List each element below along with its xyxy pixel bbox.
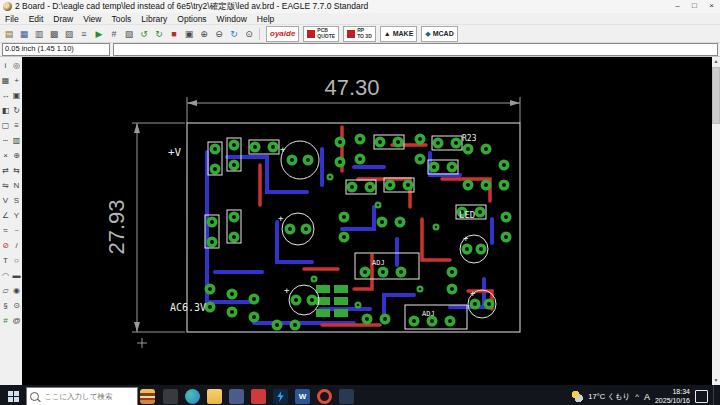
paste-tool[interactable]: ▥ (11, 133, 22, 148)
add-tool[interactable]: ⊕ (11, 148, 22, 163)
layer-settings-icon[interactable]: ▧ (122, 27, 136, 41)
command-line-input[interactable] (113, 43, 718, 56)
circle-tool[interactable]: ○ (11, 253, 22, 268)
minimize-button[interactable]: – (669, 0, 686, 13)
navy-app-icon[interactable] (229, 389, 244, 404)
copy-tool[interactable]: ▣ (11, 88, 22, 103)
zoom-redraw-icon[interactable]: ↻ (227, 27, 241, 41)
redo-icon[interactable]: ↻ (152, 27, 166, 41)
rect-tool[interactable]: ▬ (11, 268, 22, 283)
burger-icon[interactable] (140, 389, 155, 404)
dark-app-icon-2[interactable] (339, 389, 354, 404)
move-tool[interactable]: ↔ (0, 88, 11, 103)
board-canvas[interactable]: 47.30 27.93 (22, 57, 712, 385)
mcad-button[interactable]: ◆ MCAD (421, 26, 457, 42)
smash-tool[interactable]: S (11, 193, 22, 208)
weather-widget[interactable]: 17°C くもり (588, 392, 630, 402)
scrollbar-thumb[interactable] (712, 67, 720, 124)
lightning-app-icon[interactable] (273, 389, 288, 404)
tray-chevron-icon[interactable]: ^ (635, 392, 639, 401)
polygon-tool[interactable]: ▱ (0, 283, 11, 298)
text-tool[interactable]: T (0, 253, 11, 268)
coordinate-display: 0.05 inch (1.45 1.10) (2, 43, 110, 56)
info-tool[interactable]: i (0, 58, 11, 73)
replace-tool[interactable]: ⇆ (11, 163, 22, 178)
pcb-quote-button[interactable]: PCB QUOTE (303, 26, 339, 42)
signal-tool[interactable]: § (0, 298, 11, 313)
route-tool[interactable]: ~ (11, 223, 22, 238)
zoom-fit-icon[interactable]: ▣ (182, 27, 196, 41)
action-center-icon[interactable] (695, 390, 708, 403)
show-desktop-button[interactable] (713, 385, 717, 405)
script-icon[interactable]: ≡ (77, 27, 91, 41)
stop-icon[interactable]: ■ (167, 27, 181, 41)
run-ulp-icon[interactable]: ▶ (92, 27, 106, 41)
maximize-button[interactable]: □ (686, 0, 703, 13)
rp-to-3d-button[interactable]: RP TO 3D (343, 26, 376, 42)
vertical-scrollbar[interactable]: ▲ ▼ (712, 57, 720, 385)
rotate-tool[interactable]: ↻ (11, 103, 22, 118)
cap-plus-mark: + (284, 285, 290, 295)
via-tool[interactable]: ◉ (11, 283, 22, 298)
grid-icon[interactable]: # (107, 27, 121, 41)
red-ring-app-icon[interactable] (317, 389, 332, 404)
print-icon[interactable]: ▥ (32, 27, 46, 41)
cam-icon[interactable]: ▩ (47, 27, 61, 41)
red-app-icon[interactable] (251, 389, 266, 404)
zoom-in-icon[interactable]: ⊕ (197, 27, 211, 41)
zoom-select-icon[interactable]: ⊙ (242, 27, 256, 41)
menu-options[interactable]: Options (172, 14, 211, 24)
menu-tools[interactable]: Tools (106, 14, 136, 24)
make-button[interactable]: ▲ MAKE (380, 26, 418, 42)
adj2-label: ADJ (422, 310, 435, 318)
open-icon[interactable]: ▤ (2, 27, 16, 41)
name-tool[interactable]: N (11, 178, 22, 193)
group-tool[interactable]: ▢ (0, 118, 11, 133)
image-export-icon[interactable]: ▨ (62, 27, 76, 41)
gateswap-tool[interactable]: ⇋ (0, 178, 11, 193)
start-button[interactable] (0, 385, 26, 405)
close-button[interactable]: × (703, 0, 720, 13)
undo-icon[interactable]: ↺ (137, 27, 151, 41)
miter-tool[interactable]: ∠ (0, 208, 11, 223)
wire-tool[interactable]: / (11, 238, 22, 253)
dark-app-icon[interactable] (163, 389, 178, 404)
arc-tool[interactable]: ◠ (0, 268, 11, 283)
cap-plus-mark: + (463, 233, 469, 243)
attribute-tool[interactable]: @ (11, 313, 22, 328)
menu-window[interactable]: Window (212, 14, 252, 24)
mirror-tool[interactable]: ◧ (0, 103, 11, 118)
mark-tool[interactable]: + (11, 73, 22, 88)
scroll-down-icon[interactable]: ▼ (714, 376, 719, 385)
delete-tool[interactable]: × (0, 148, 11, 163)
tray-time: 18:34 (672, 388, 690, 396)
ripup-tool[interactable]: ⊘ (0, 238, 11, 253)
cut-tool[interactable]: ┄ (0, 133, 11, 148)
word-icon[interactable]: W (295, 389, 310, 404)
taskbar-search[interactable] (26, 387, 138, 405)
value-tool[interactable]: V (0, 193, 11, 208)
oyaide-button[interactable]: oyaide (266, 26, 299, 42)
menu-draw[interactable]: Draw (48, 14, 78, 24)
scroll-up-icon[interactable]: ▲ (714, 57, 719, 66)
hole-tool[interactable]: ⊙ (11, 298, 22, 313)
change-tool[interactable]: ≡ (11, 118, 22, 133)
display-tool[interactable]: ▦ (0, 73, 11, 88)
save-icon[interactable]: ▦ (17, 27, 31, 41)
menu-help[interactable]: Help (252, 14, 279, 24)
file-explorer-icon[interactable] (207, 389, 222, 404)
menu-view[interactable]: View (78, 14, 106, 24)
menu-library[interactable]: Library (136, 14, 172, 24)
optimize-tool[interactable]: ≈ (0, 223, 11, 238)
ime-indicator[interactable]: A (644, 392, 650, 402)
pinswap-tool[interactable]: ⇄ (0, 163, 11, 178)
search-input[interactable] (42, 391, 126, 402)
taskbar-clock[interactable]: 18:34 2025/10/16 (655, 388, 690, 404)
ratsnest-tool[interactable]: # (0, 313, 11, 328)
split-tool[interactable]: Y (11, 208, 22, 223)
menu-edit[interactable]: Edit (24, 14, 49, 24)
zoom-out-icon[interactable]: ⊖ (212, 27, 226, 41)
menu-file[interactable]: File (0, 14, 24, 24)
show-tool[interactable]: ◎ (11, 58, 22, 73)
edge-icon[interactable] (185, 389, 200, 404)
